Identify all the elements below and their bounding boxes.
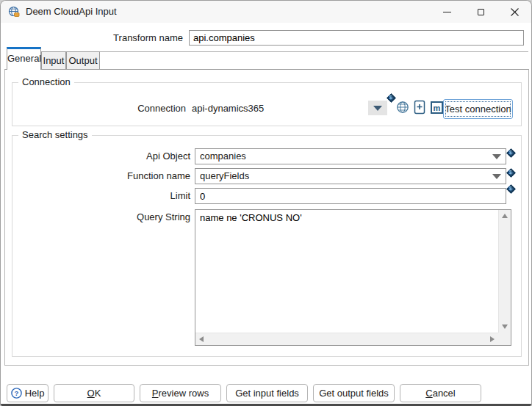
minimize-icon [443, 12, 451, 12]
svg-text:?: ? [14, 389, 18, 397]
scrollbar-corner [498, 333, 511, 345]
close-button[interactable] [497, 1, 531, 23]
scroll-down-icon[interactable] [502, 325, 508, 329]
api-object-label: Api Object [12, 148, 190, 164]
preview-rows-button[interactable]: Preview rows [140, 384, 221, 402]
query-string-field: name ne 'CRONUS NO' [195, 209, 511, 346]
app-globe-icon [8, 6, 20, 18]
minimize-button[interactable] [430, 1, 464, 23]
variable-dropdown-icon [373, 106, 382, 111]
tab-input[interactable]: Input [41, 51, 66, 69]
tab-output[interactable]: Output [66, 51, 100, 69]
help-icon: ? [11, 388, 22, 399]
window-controls [430, 1, 531, 23]
limit-label: Limit [12, 188, 190, 204]
connection-dropdown-button[interactable] [368, 101, 387, 115]
transform-name-input[interactable] [189, 30, 524, 46]
function-name-value: queryFields [200, 169, 249, 184]
transform-name-label: Transform name [1, 31, 183, 46]
titlebar: Deem CloudApi Input [1, 1, 531, 23]
limit-input[interactable] [195, 188, 506, 204]
api-object-combo[interactable]: companies [195, 148, 506, 164]
maximize-button[interactable] [464, 1, 497, 23]
metadata-explorer-icon[interactable]: m [431, 101, 443, 114]
cancel-button[interactable]: Cancel [400, 384, 481, 402]
function-name-combo[interactable]: queryFields [195, 168, 506, 184]
scroll-right-icon[interactable] [490, 336, 495, 342]
variable-indicator-icon: $ [506, 184, 516, 194]
horizontal-scrollbar[interactable] [195, 333, 498, 345]
scroll-up-icon[interactable] [502, 214, 508, 218]
tab-general[interactable]: General [7, 47, 41, 70]
variable-indicator-icon: $ [387, 93, 396, 103]
new-connection-icon[interactable] [414, 100, 426, 115]
function-name-label: Function name [12, 168, 190, 184]
globe-edit-connection-icon[interactable] [396, 101, 409, 114]
maximize-icon [478, 9, 484, 15]
search-settings-legend: Search settings [18, 129, 92, 141]
chevron-down-icon [492, 174, 501, 179]
variable-indicator-icon: $ [506, 168, 516, 178]
window-title: Deem CloudApi Input [26, 1, 117, 23]
close-icon [511, 8, 519, 16]
scroll-left-icon[interactable] [199, 336, 204, 342]
help-button[interactable]: ? Help [7, 384, 48, 402]
query-string-label: Query String [12, 209, 190, 225]
ok-button[interactable]: OK [54, 384, 134, 402]
connection-group-legend: Connection [18, 76, 74, 88]
vertical-scrollbar[interactable] [498, 210, 511, 333]
dialog-window: Deem CloudApi Input Transform name Gener… [0, 0, 532, 406]
chevron-down-icon [492, 154, 501, 159]
api-object-value: companies [200, 149, 246, 164]
get-output-fields-button[interactable]: Get output fields [313, 384, 395, 402]
test-connection-button[interactable]: Test connection [443, 99, 513, 119]
svg-text:m: m [434, 104, 441, 112]
connection-value: api-dynamics365 [192, 101, 264, 117]
get-input-fields-button[interactable]: Get input fields [226, 384, 308, 402]
tabstrip-top-line [100, 51, 528, 52]
connection-label: Connection [12, 101, 186, 117]
connection-group: Connection Connection api-dynamics365 $ [12, 82, 522, 126]
general-tab-pane: Connection Connection api-dynamics365 $ [4, 69, 529, 366]
help-button-label: Help [25, 385, 45, 402]
variable-indicator-icon: $ [506, 148, 516, 158]
search-settings-group: Search settings Api Object companies $ F… [12, 135, 522, 357]
query-string-textarea[interactable]: name ne 'CRONUS NO' [195, 210, 498, 333]
